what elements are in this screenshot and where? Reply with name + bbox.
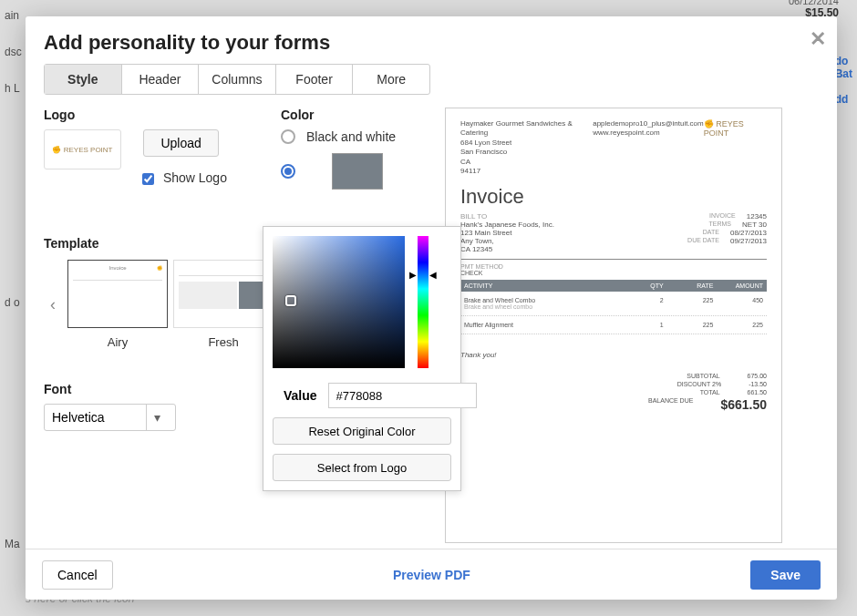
color-swatch[interactable] <box>332 153 383 190</box>
value-label: Value <box>284 388 317 403</box>
tab-more[interactable]: More <box>353 65 429 94</box>
template-airy[interactable]: Invoice ✊ <box>67 260 168 328</box>
hue-cursor[interactable] <box>415 274 431 279</box>
cancel-button[interactable]: Cancel <box>42 560 113 590</box>
tabs: Style Header Columns Footer More <box>44 64 430 95</box>
modal-footer: Cancel Preview PDF Save <box>26 549 837 600</box>
logo-preview[interactable]: ✊ REYES POINT <box>44 129 121 169</box>
table-row: Brake and Wheel ComboBrake and wheel com… <box>460 292 767 316</box>
upload-button[interactable]: Upload <box>143 129 218 157</box>
radio-custom[interactable] <box>281 164 295 179</box>
save-button[interactable]: Save <box>750 560 821 590</box>
customize-forms-modal: ✕ Add personality to your forms Style He… <box>26 16 837 600</box>
reset-color-button[interactable]: Reset Original Color <box>273 417 451 445</box>
color-label: Color <box>281 108 445 122</box>
show-logo-input[interactable] <box>142 173 154 185</box>
logo-label: Logo <box>44 108 281 122</box>
modal-title: Add personality to your forms <box>44 31 819 55</box>
invoice-title: Invoice <box>460 185 767 209</box>
sv-canvas[interactable] <box>273 236 405 368</box>
radio-bw[interactable] <box>281 129 295 144</box>
preview-logo: ✊ REYES POINT <box>704 119 767 176</box>
color-picker: Value Reset Original Color Select from L… <box>263 226 461 491</box>
template-prev[interactable]: ‹ <box>44 295 62 314</box>
tab-footer[interactable]: Footer <box>276 65 354 94</box>
template-label: Template <box>44 236 281 251</box>
preview-pdf-link[interactable]: Preview PDF <box>393 568 470 582</box>
tab-header[interactable]: Header <box>122 65 200 94</box>
font-label: Font <box>44 382 281 396</box>
font-select[interactable]: Helvetica ▾ <box>44 404 176 431</box>
chevron-down-icon: ▾ <box>146 405 168 430</box>
tab-columns[interactable]: Columns <box>199 65 276 94</box>
invoice-preview: Haymaker Gourmet Sandwiches & Catering 6… <box>445 108 782 543</box>
hue-slider[interactable] <box>418 236 428 368</box>
color-custom-option[interactable] <box>281 153 445 190</box>
hex-input[interactable] <box>328 383 477 408</box>
select-from-logo-button[interactable]: Select from Logo <box>273 454 451 481</box>
color-bw-option[interactable]: Black and white <box>281 129 445 144</box>
show-logo-checkbox[interactable]: Show Logo <box>142 170 227 185</box>
sv-cursor[interactable] <box>285 295 296 306</box>
template-fresh[interactable] <box>173 260 274 328</box>
table-row: Muffler Alignment 1 225 225 <box>460 316 767 334</box>
close-icon[interactable]: ✕ <box>810 27 826 51</box>
tab-style[interactable]: Style <box>45 65 122 94</box>
